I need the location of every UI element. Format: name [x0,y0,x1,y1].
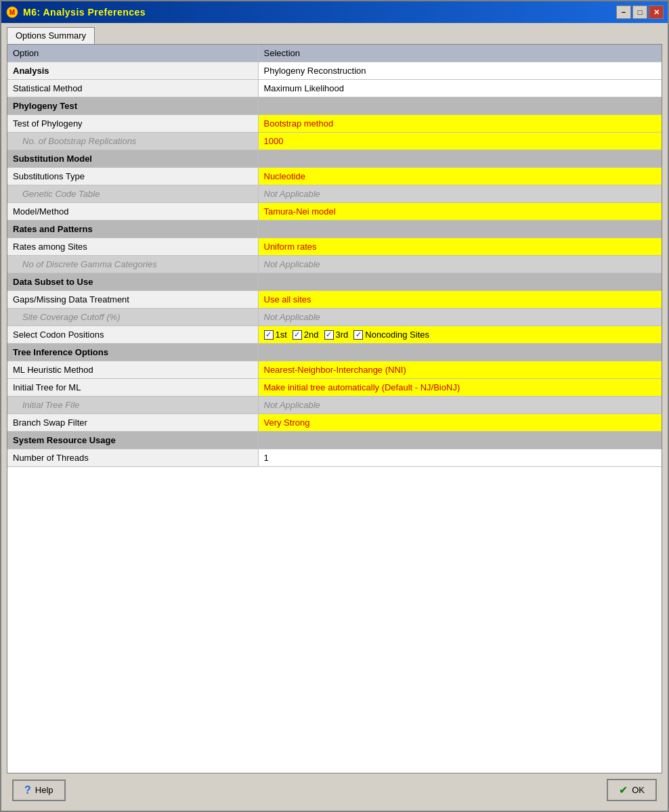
option-value: Bootstrap method [258,115,662,133]
table-row: Test of Phylogeny Bootstrap method [7,115,662,133]
checkbox-noncoding-box[interactable]: ✓ [353,330,363,340]
option-label: Branch Swap Filter [7,414,258,432]
section-label: Data Subset to Use [7,273,258,291]
checkbox-2nd-label: 2nd [304,330,319,340]
bottom-bar: ? Help ✔ OK [7,773,662,807]
minimize-button[interactable]: − [616,5,631,19]
section-label: System Resource Usage [7,432,258,449]
option-value: Phylogeny Reconstruction [258,62,662,80]
section-empty [258,344,662,361]
close-button[interactable]: ✕ [649,5,664,19]
checkbox-3rd-label: 3rd [336,330,349,340]
checkbox-1st-label: 1st [276,330,287,340]
section-row: System Resource Usage [7,432,662,449]
table-row: Number of Threads 1 [7,449,662,467]
option-value: Not Applicable [258,397,662,414]
option-label: No of Discrete Gamma Categories [7,256,258,273]
header-option: Option [7,45,258,62]
table-row: Initial Tree for ML Make initial tree au… [7,379,662,397]
option-label: Select Codon Positions [7,326,258,344]
table-row: ML Heuristic Method Nearest-Neighbor-Int… [7,361,662,379]
window-body: Options Summary Option Selection Analysi… [1,23,668,811]
svg-text:M: M [9,9,15,16]
option-value: Not Applicable [258,309,662,326]
option-value: 1000 [258,133,662,150]
option-value: Nearest-Neighbor-Interchange (NNI) [258,361,662,379]
section-row: Substitution Model [7,150,662,168]
title-bar: M M6: Analysis Preferences − □ ✕ [1,1,668,23]
tab-bar: Options Summary [7,27,662,44]
section-row: Tree Inference Options [7,344,662,361]
content-area: Option Selection Analysis Phylogeny Reco… [7,44,662,773]
option-value: Uniform rates [258,238,662,256]
table-row: Statistical Method Maximum Likelihood [7,80,662,97]
checkbox-2nd[interactable]: ✓ 2nd [293,330,319,340]
section-empty [258,273,662,291]
table-header-row: Option Selection [7,45,662,62]
option-value: Not Applicable [258,256,662,273]
option-value: Use all sites [258,291,662,309]
section-row: Rates and Patterns [7,221,662,238]
table-row: Site Coverage Cutoff (%) Not Applicable [7,309,662,326]
table-row: No of Discrete Gamma Categories Not Appl… [7,256,662,273]
option-label: Model/Method [7,203,258,221]
help-label: Help [35,785,53,795]
help-button[interactable]: ? Help [12,780,66,801]
section-empty [258,150,662,168]
option-value: Maximum Likelihood [258,80,662,97]
table-row: Rates among Sites Uniform rates [7,238,662,256]
option-value: Make initial tree automatically (Default… [258,379,662,397]
ok-label: OK [632,785,645,795]
checkbox-2nd-box[interactable]: ✓ [293,330,302,340]
section-label: Substitution Model [7,150,258,168]
table-row: Gaps/Missing Data Treatment Use all site… [7,291,662,309]
option-label: Gaps/Missing Data Treatment [7,291,258,309]
window-controls: − □ ✕ [616,5,664,19]
table-row: Model/Method Tamura-Nei model [7,203,662,221]
checkbox-noncoding[interactable]: ✓ Noncoding Sites [353,330,429,340]
option-value: Nucleotide [258,168,662,185]
table-row: Analysis Phylogeny Reconstruction [7,62,662,80]
option-value: Very Strong [258,414,662,432]
option-label: Substitutions Type [7,168,258,185]
check-icon: ✔ [619,784,628,796]
checkbox-1st[interactable]: ✓ 1st [264,330,287,340]
app-icon: M [5,5,19,19]
checkbox-1st-box[interactable]: ✓ [264,330,274,340]
option-value: 1 [258,449,662,467]
option-label: Statistical Method [7,80,258,97]
title-bar-left: M M6: Analysis Preferences [5,5,146,19]
header-selection: Selection [258,45,662,62]
section-empty [258,221,662,238]
ok-button[interactable]: ✔ OK [607,779,657,801]
checkbox-3rd[interactable]: ✓ 3rd [324,330,349,340]
section-empty [258,432,662,449]
option-label: Rates among Sites [7,238,258,256]
option-label: Test of Phylogeny [7,115,258,133]
table-row: Select Codon Positions ✓ 1st ✓ 2nd [7,326,662,344]
checkbox-noncoding-label: Noncoding Sites [365,330,429,340]
section-row: Data Subset to Use [7,273,662,291]
checkbox-cell: ✓ 1st ✓ 2nd ✓ 3rd [258,326,662,344]
table-row: Substitutions Type Nucleotide [7,168,662,185]
table-row: Genetic Code Table Not Applicable [7,185,662,203]
option-label: Number of Threads [7,449,258,467]
main-window: M M6: Analysis Preferences − □ ✕ Options… [0,0,669,812]
section-label: Tree Inference Options [7,344,258,361]
table-row: No. of Bootstrap Replications 1000 [7,133,662,150]
option-value: Tamura-Nei model [258,203,662,221]
section-empty [258,97,662,115]
checkbox-3rd-box[interactable]: ✓ [324,330,334,340]
option-label: No. of Bootstrap Replications [7,133,258,150]
option-label: Analysis [7,62,258,80]
section-row: Phylogeny Test [7,97,662,115]
help-icon: ? [24,784,31,796]
codon-checkboxes: ✓ 1st ✓ 2nd ✓ 3rd [264,330,657,340]
option-label: Initial Tree File [7,397,258,414]
options-table: Option Selection Analysis Phylogeny Reco… [7,45,662,467]
tab-options-summary[interactable]: Options Summary [7,27,95,44]
table-row: Branch Swap Filter Very Strong [7,414,662,432]
option-label: ML Heuristic Method [7,361,258,379]
section-label: Phylogeny Test [7,97,258,115]
maximize-button[interactable]: □ [632,5,647,19]
